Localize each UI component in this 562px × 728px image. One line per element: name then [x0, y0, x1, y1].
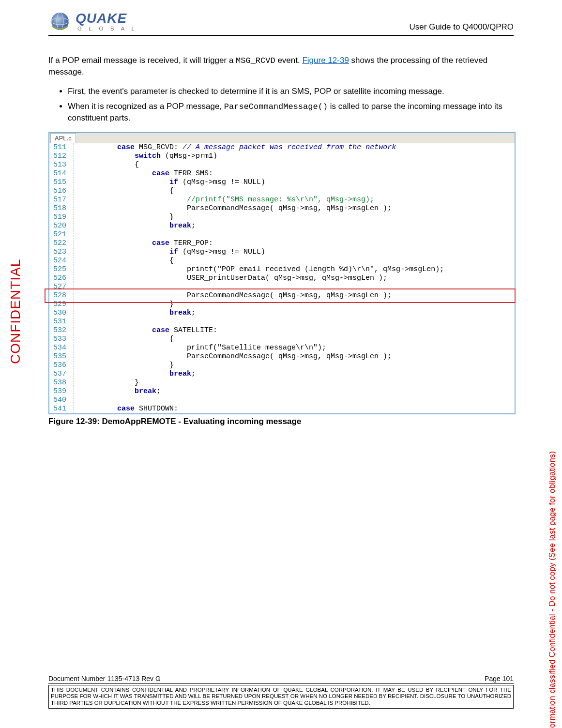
line-number: 533 — [49, 335, 73, 344]
line-number: 528 — [49, 291, 73, 300]
code-screenshot: APL.c 5115125135145155165175185195205215… — [48, 132, 516, 414]
line-number: 537 — [49, 370, 73, 379]
line-number: 531 — [49, 318, 73, 326]
code-line — [74, 230, 515, 239]
code-line: case SATELLITE: — [74, 326, 515, 335]
code-line: printf("POP email received (length %d)\r… — [74, 265, 515, 274]
line-number: 516 — [49, 187, 73, 196]
code-line — [74, 396, 515, 405]
line-number: 535 — [49, 352, 73, 361]
code-line: { — [74, 187, 515, 196]
code-line: printf("Satellite message\r\n"); — [74, 344, 515, 352]
p1b: MSG_RCVD — [236, 56, 275, 65]
p1a: If a POP email message is received, it w… — [48, 56, 236, 65]
bullet-1: First, the event's parameter is checked … — [68, 86, 514, 97]
page-number: Page 101 — [485, 675, 514, 682]
code-line: USER_printUserData( qMsg->msg, qMsg->msg… — [74, 274, 515, 283]
intro-para: If a POP email message is received, it w… — [48, 55, 514, 78]
line-number: 540 — [49, 396, 73, 405]
code-line: case SHUTDOWN: — [74, 405, 515, 413]
line-number: 534 — [49, 344, 73, 352]
line-number: 524 — [49, 257, 73, 265]
line-number: 511 — [49, 143, 73, 152]
figure-ref-link[interactable]: Figure 12-39 — [302, 56, 349, 65]
body-text: If a POP email message is received, it w… — [48, 55, 514, 427]
line-number: 539 — [49, 387, 73, 396]
code-line: { — [74, 257, 515, 265]
line-number: 527 — [49, 283, 73, 291]
line-number: 512 — [49, 152, 73, 161]
code-line: ParseCommandMessage( qMsg->msg, qMsg->ms… — [74, 204, 515, 213]
line-number-gutter: 5115125135145155165175185195205215225235… — [49, 143, 74, 413]
code-line: //printf("SMS message: %s\r\n", qMsg->ms… — [74, 196, 515, 204]
line-number: 520 — [49, 222, 73, 230]
doc-number: Document Number 1135-4713 Rev G — [48, 675, 161, 682]
p1c: event. — [275, 56, 303, 65]
code-line: case MSG_RCVD: // A message packet was r… — [74, 143, 515, 152]
disclaimer: THIS DOCUMENT CONTAINS CONFIDENTIAL AND … — [48, 685, 514, 709]
line-number: 513 — [49, 161, 73, 169]
b2a: When it is recognized as a POP message, — [68, 102, 224, 111]
code-line — [74, 283, 515, 291]
code-line: if (qMsg->msg != NULL) — [74, 248, 515, 257]
line-number: 521 — [49, 230, 73, 239]
code-line — [74, 318, 515, 326]
line-number: 532 — [49, 326, 73, 335]
line-number: 525 — [49, 265, 73, 274]
line-number: 530 — [49, 309, 73, 318]
line-number: 514 — [49, 169, 73, 178]
line-number: 526 — [49, 274, 73, 283]
b2b: ParseCommandMessage() — [224, 102, 328, 111]
code-line: if (qMsg->msg != NULL) — [74, 178, 515, 187]
line-number: 541 — [49, 405, 73, 413]
info-watermark: Information classified Confidential - Do… — [547, 451, 557, 728]
bullet-2: When it is recognized as a POP message, … — [68, 101, 514, 124]
line-number: 536 — [49, 361, 73, 370]
code-line: } — [74, 213, 515, 222]
code-line: } — [74, 300, 515, 309]
code-line: { — [74, 161, 515, 169]
line-number: 515 — [49, 178, 73, 187]
line-number: 518 — [49, 204, 73, 213]
code-line: break; — [74, 222, 515, 230]
logo-main: QUAKE — [76, 12, 137, 25]
code-line: break; — [74, 309, 515, 318]
line-number: 538 — [49, 379, 73, 387]
editor-tab-bar: APL.c — [49, 133, 515, 143]
code-lines: case MSG_RCVD: // A message packet was r… — [74, 143, 515, 413]
doc-title: User Guide to Q4000/QPRO — [410, 22, 514, 32]
logo-sub: G L O B A L — [77, 26, 137, 31]
code-line: switch (qMsg->prm1) — [74, 152, 515, 161]
line-number: 519 — [49, 213, 73, 222]
figure-caption: Figure 12-39: DemoAppREMOTE - Evaluating… — [48, 416, 514, 427]
logo: QUAKE G L O B A L — [48, 10, 137, 33]
code-line: } — [74, 379, 515, 387]
line-number: 523 — [49, 248, 73, 257]
code-line: case TERR_POP: — [74, 239, 515, 248]
code-line: ParseCommandMessage( qMsg->msg, qMsg->ms… — [74, 291, 515, 300]
line-number: 522 — [49, 239, 73, 248]
page-footer: Document Number 1135-4713 Rev G Page 101… — [48, 675, 514, 709]
code-line: case TERR_SMS: — [74, 169, 515, 178]
code-line: ParseCommandMessage( qMsg->msg, qMsg->ms… — [74, 352, 515, 361]
code-line: { — [74, 335, 515, 344]
confidential-watermark: CONFIDENTIAL — [8, 259, 23, 364]
editor-tab[interactable]: APL.c — [50, 133, 76, 143]
line-number: 517 — [49, 196, 73, 204]
globe-icon — [48, 10, 72, 33]
page-header: QUAKE G L O B A L User Guide to Q4000/QP… — [48, 10, 514, 36]
code-line: break; — [74, 370, 515, 379]
code-line: } — [74, 361, 515, 370]
line-number: 529 — [49, 300, 73, 309]
code-line: break; — [74, 387, 515, 396]
